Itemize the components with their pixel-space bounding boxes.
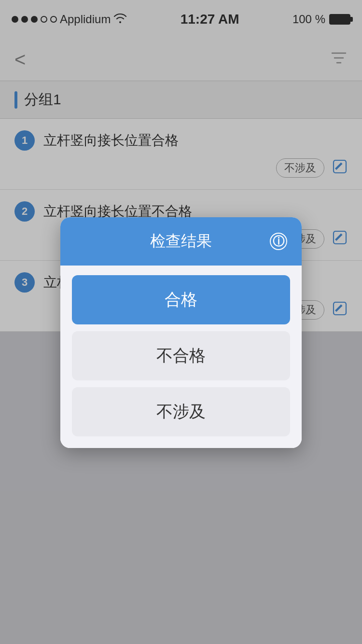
modal-option-1[interactable]: 合格 xyxy=(72,275,290,324)
info-icon[interactable]: ⓘ xyxy=(270,233,287,250)
modal-option-2[interactable]: 不合格 xyxy=(72,331,290,380)
modal: 检查结果 ⓘ 合格 不合格 不涉及 xyxy=(60,217,302,448)
modal-title: 检查结果 xyxy=(92,231,270,252)
modal-overlay[interactable]: 检查结果 ⓘ 合格 不合格 不涉及 xyxy=(0,0,362,644)
modal-header: 检查结果 ⓘ xyxy=(60,217,302,266)
modal-option-3[interactable]: 不涉及 xyxy=(72,387,290,436)
modal-body: 合格 不合格 不涉及 xyxy=(60,266,302,448)
